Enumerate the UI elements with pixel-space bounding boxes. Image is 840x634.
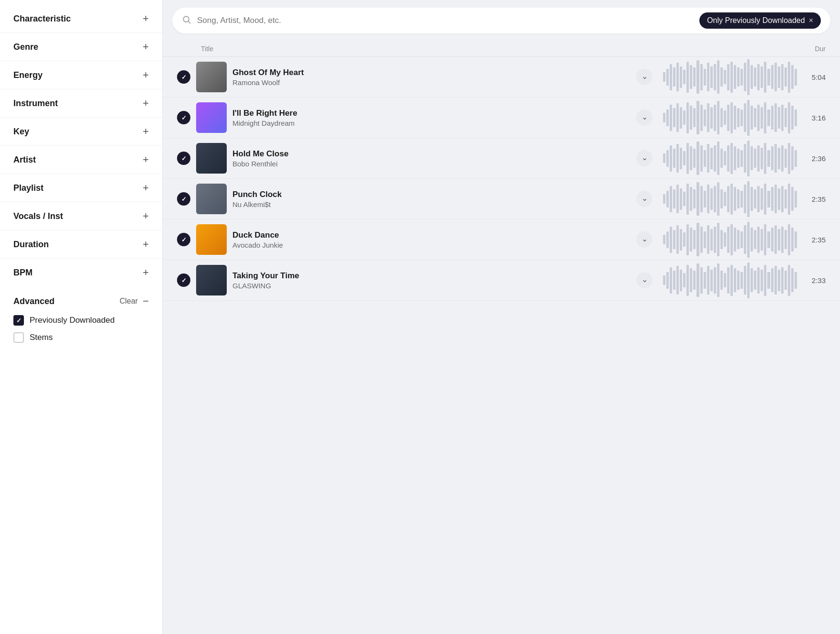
filter-badge[interactable]: Only Previously Downloaded × — [699, 12, 821, 29]
track-artist: Bobo Renthlei — [232, 160, 626, 168]
track-name: Duck Dance — [232, 230, 626, 240]
table-header: Title Dur — [163, 41, 840, 57]
waveform — [663, 149, 797, 168]
waveform — [663, 189, 797, 208]
advanced-header: Advanced Clear − — [13, 295, 149, 307]
filter-label: BPM — [13, 268, 33, 278]
filter-expand-icon: + — [143, 13, 149, 24]
filter-label: Energy — [13, 70, 43, 80]
filter-item-artist[interactable]: Artist + — [0, 146, 162, 174]
track-duration: 2:36 — [803, 154, 826, 163]
filter-expand-icon: + — [143, 126, 149, 137]
track-name: Ghost Of My Heart — [232, 68, 626, 77]
checkbox-list: Previously Downloaded Stems — [13, 315, 149, 343]
track-info: Duck Dance Avocado Junkie — [232, 230, 626, 249]
track-row[interactable]: Duck Dance Avocado Junkie 2:35 — [163, 219, 840, 260]
track-expand-button[interactable] — [636, 231, 652, 248]
track-check-icon — [177, 152, 190, 165]
filter-item-energy[interactable]: Energy + — [0, 61, 162, 89]
track-duration: 2:33 — [803, 276, 826, 284]
clear-button[interactable]: Clear — [120, 297, 138, 306]
advanced-title: Advanced — [13, 296, 55, 306]
track-row[interactable]: Hold Me Close Bobo Renthlei 2:36 — [163, 138, 840, 179]
filter-expand-icon: + — [143, 70, 149, 80]
filter-label: Key — [13, 127, 29, 137]
track-info: Punch Clock Nu Alkemi$t — [232, 190, 626, 208]
col-duration: Dur — [797, 45, 826, 53]
track-check-icon — [177, 192, 190, 206]
main-content: Only Previously Downloaded × Title Dur G… — [163, 0, 840, 634]
track-thumbnail — [196, 224, 227, 255]
track-name: Punch Clock — [232, 190, 626, 199]
track-info: Ghost Of My Heart Ramona Woolf — [232, 68, 626, 87]
filter-item-genre[interactable]: Genre + — [0, 33, 162, 61]
badge-close-icon[interactable]: × — [809, 16, 813, 25]
filter-label: Genre — [13, 42, 38, 52]
filter-item-bpm[interactable]: BPM + — [0, 259, 162, 286]
filter-label: Playlist — [13, 183, 44, 193]
filter-label: Artist — [13, 155, 36, 165]
track-info: Taking Your Time GLASWING — [232, 271, 626, 290]
checkbox-row-1[interactable]: Stems — [13, 332, 149, 343]
track-expand-button[interactable] — [636, 109, 652, 126]
track-thumbnail — [196, 143, 227, 174]
filter-label: Instrument — [13, 98, 58, 109]
track-expand-button[interactable] — [636, 272, 652, 288]
track-thumbnail — [196, 102, 227, 133]
track-thumbnail — [196, 184, 227, 214]
track-row[interactable]: Taking Your Time GLASWING 2:33 — [163, 260, 840, 301]
track-name: I'll Be Right Here — [232, 109, 626, 118]
advanced-controls: Clear − — [120, 295, 149, 307]
track-thumbnail — [196, 265, 227, 295]
checkbox-label-0: Previously Downloaded — [30, 316, 115, 325]
filter-expand-icon: + — [143, 211, 149, 221]
track-check-icon — [177, 111, 190, 124]
track-row[interactable]: Ghost Of My Heart Ramona Woolf 5:04 — [163, 57, 840, 98]
filter-item-playlist[interactable]: Playlist + — [0, 174, 162, 202]
track-check-icon — [177, 233, 190, 246]
filter-label: Duration — [13, 240, 49, 250]
advanced-section: Advanced Clear − Previously Downloaded S… — [0, 286, 162, 350]
waveform — [663, 271, 797, 290]
track-expand-button[interactable] — [636, 150, 652, 166]
badge-label: Only Previously Downloaded — [707, 16, 805, 25]
track-expand-button[interactable] — [636, 69, 652, 85]
filter-expand-icon: + — [143, 42, 149, 52]
search-bar: Only Previously Downloaded × — [172, 8, 830, 33]
checkbox-row-0[interactable]: Previously Downloaded — [13, 315, 149, 326]
filter-item-characteristic[interactable]: Characteristic + — [0, 5, 162, 33]
filter-expand-icon: + — [143, 239, 149, 250]
track-row[interactable]: I'll Be Right Here Midnight Daydream 3:1… — [163, 98, 840, 138]
filter-expand-icon: + — [143, 154, 149, 165]
waveform — [663, 108, 797, 127]
filter-expand-icon: + — [143, 183, 149, 193]
filter-item-key[interactable]: Key + — [0, 118, 162, 146]
svg-line-1 — [188, 21, 190, 23]
track-check-icon — [177, 273, 190, 287]
track-expand-button[interactable] — [636, 191, 652, 207]
search-bar-container: Only Previously Downloaded × — [163, 0, 840, 41]
track-list: Ghost Of My Heart Ramona Woolf 5:04 I'll… — [163, 57, 840, 634]
search-input[interactable] — [197, 16, 694, 25]
track-artist: Avocado Junkie — [232, 241, 626, 249]
collapse-icon[interactable]: − — [143, 295, 149, 307]
track-row[interactable]: Punch Clock Nu Alkemi$t 2:35 — [163, 179, 840, 219]
track-duration: 5:04 — [803, 73, 826, 81]
search-icon — [182, 15, 191, 27]
filter-item-instrument[interactable]: Instrument + — [0, 89, 162, 118]
track-duration: 2:35 — [803, 236, 826, 244]
checkbox-0[interactable] — [13, 315, 24, 326]
track-name: Hold Me Close — [232, 149, 626, 159]
filter-expand-icon: + — [143, 267, 149, 278]
filter-item-duration[interactable]: Duration + — [0, 230, 162, 259]
track-duration: 3:16 — [803, 114, 826, 122]
track-artist: Nu Alkemi$t — [232, 200, 626, 208]
filter-label: Vocals / Inst — [13, 211, 63, 221]
track-duration: 2:35 — [803, 195, 826, 203]
checkbox-1[interactable] — [13, 332, 24, 343]
filter-item-vocals---inst[interactable]: Vocals / Inst + — [0, 202, 162, 230]
filter-label: Characteristic — [13, 14, 71, 24]
track-check-icon — [177, 70, 190, 84]
track-artist: GLASWING — [232, 282, 626, 290]
track-info: I'll Be Right Here Midnight Daydream — [232, 109, 626, 127]
